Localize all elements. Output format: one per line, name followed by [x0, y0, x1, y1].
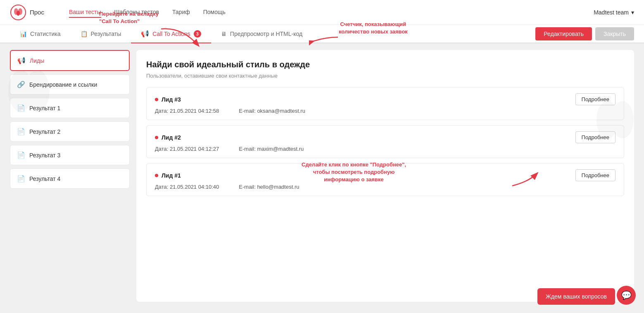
lead-title-1: Лид #1 [155, 172, 181, 179]
nav-tariff[interactable]: Тариф [172, 7, 190, 18]
lead-1-more-button[interactable]: Подробнее [575, 169, 615, 181]
preview-icon: 🖥 [221, 31, 227, 37]
result4-icon: 📄 [17, 175, 25, 183]
close-button[interactable]: Закрыть [595, 27, 634, 40]
content-area: Найди свой идеальный стиль в одежде Поль… [136, 50, 634, 302]
chat-icon: 💬 [621, 290, 632, 300]
content-subtitle: Пользователи, оставившие свои контактные… [146, 73, 624, 79]
svg-point-5 [25, 70, 50, 111]
lead-title-2: Лид #2 [155, 134, 181, 141]
lead-3-date: Дата: 21.05.2021 04:12:58 [155, 108, 219, 114]
lead-dot-2 [155, 136, 158, 139]
logo: Прос [10, 4, 61, 21]
edit-button[interactable]: Редактировать [535, 27, 592, 40]
lead-header-1: Лид #1 Подробнее [155, 169, 615, 181]
bottom-cta-button[interactable]: Ждем ваших вопросов [537, 288, 615, 305]
svg-point-7 [611, 101, 634, 138]
lead-2-date: Дата: 21.05.2021 04:12:27 [155, 146, 219, 152]
statistics-icon: 📊 [20, 31, 27, 37]
tab-statistics[interactable]: 📊 Статистика [10, 25, 71, 43]
sidebar-item-result3[interactable]: 📄 Результат 3 [10, 145, 130, 165]
bg-logo-left [0, 50, 70, 132]
lead-1-email: E-mail: hello@madtest.ru [239, 184, 299, 190]
lead-details-3: Дата: 21.05.2021 04:12:58 E-mail: oksana… [155, 108, 615, 114]
header-nav: Ваши тесты Шаблоны тестов Тариф Помощь [69, 7, 594, 18]
lead-dot-3 [155, 98, 158, 101]
svg-point-3 [17, 11, 20, 16]
lead-3-email: E-mail: oksana@madtest.ru [239, 108, 305, 114]
lead-title-3: Лид #3 [155, 96, 181, 103]
result3-icon: 📄 [17, 151, 25, 159]
lead-details-1: Дата: 21.05.2021 04:10:40 E-mail: hello@… [155, 184, 615, 190]
lead-1-date: Дата: 21.05.2021 04:10:40 [155, 184, 219, 190]
tab-call-to-actions[interactable]: 📢 Call To Actions 3 [131, 25, 211, 43]
lead-card-1: Лид #1 Подробнее Дата: 21.05.2021 04:10:… [146, 163, 624, 196]
content-title: Найди свой идеальный стиль в одежде [146, 60, 624, 69]
main-container: 📢 Лиды 🔗 Брендирование и ссылки 📄 Резуль… [0, 43, 644, 308]
lead-header-3: Лид #3 Подробнее [155, 93, 615, 105]
results-icon: 📋 [81, 31, 88, 37]
lead-2-email: E-mail: maxim@madtest.ru [239, 146, 304, 152]
tab-preview[interactable]: 🖥 Предпросмотр и HTML-код [211, 25, 312, 43]
cta-icon: 📢 [141, 30, 149, 38]
header: Прос Ваши тесты Шаблоны тестов Тариф Пом… [0, 0, 644, 25]
user-name: Madtest team [594, 9, 629, 16]
tab-results[interactable]: 📋 Результаты [71, 25, 131, 43]
lead-card-2: Лид #2 Подробнее Дата: 21.05.2021 04:12:… [146, 125, 624, 158]
logo-icon [10, 4, 26, 21]
user-menu[interactable]: Madtest team ▾ [594, 9, 634, 16]
lead-card-3: Лид #3 Подробнее Дата: 21.05.2021 04:12:… [146, 87, 624, 120]
bg-logo-right [578, 83, 644, 157]
tabs-bar: 📊 Статистика 📋 Результаты 📢 Call To Acti… [0, 25, 644, 43]
tab-buttons: Редактировать Закрыть [535, 25, 634, 43]
chat-button[interactable]: 💬 [617, 286, 636, 305]
chevron-down-icon: ▾ [631, 9, 634, 16]
header-title: Прос [30, 9, 44, 16]
nav-test-templates[interactable]: Шаблоны тестов [114, 7, 159, 18]
sidebar-item-result4[interactable]: 📄 Результат 4 [10, 168, 130, 189]
lead-dot-1 [155, 174, 158, 177]
nav-your-tests[interactable]: Ваши тесты [69, 7, 101, 18]
lead-header-2: Лид #2 Подробнее [155, 131, 615, 143]
tab-badge: 3 [194, 30, 201, 38]
nav-help[interactable]: Помощь [203, 7, 226, 18]
lead-details-2: Дата: 21.05.2021 04:12:27 E-mail: maxim@… [155, 146, 615, 152]
